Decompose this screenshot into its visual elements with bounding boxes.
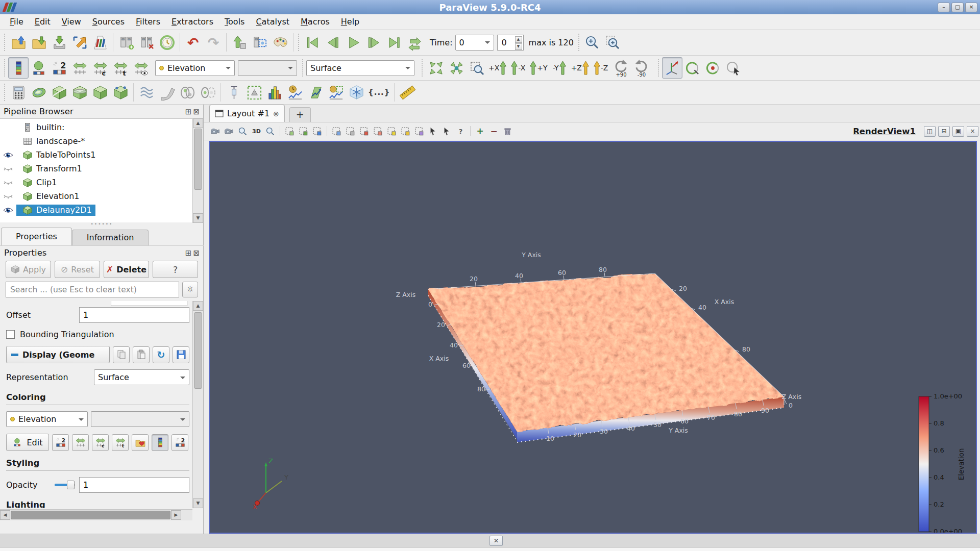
close-tab-icon[interactable]: ⊗ — [273, 110, 279, 118]
play-button[interactable] — [343, 32, 363, 53]
properties-hscrollbar[interactable]: ◀ ▶ — [0, 509, 192, 520]
close-button[interactable]: × — [965, 3, 977, 12]
save-state-button[interactable] — [90, 32, 110, 53]
histogram-button[interactable] — [264, 82, 285, 103]
scroll-down-icon[interactable]: ▼ — [193, 498, 203, 508]
selection-help-button[interactable]: ? — [454, 125, 467, 138]
adjust-camera-button[interactable] — [209, 125, 222, 138]
menu-macros[interactable]: Macros — [295, 15, 335, 28]
pipeline-item-elevation1[interactable]: Elevation1 — [0, 189, 192, 203]
view-minus-y-button[interactable]: -Y — [549, 57, 570, 79]
toggle-color-legend-button[interactable] — [8, 57, 29, 79]
loop-button[interactable] — [404, 32, 425, 53]
use-separate-color-map-button[interactable]: 2 — [49, 57, 69, 79]
menu-catalyst[interactable]: Catalyst — [250, 15, 295, 28]
clear-selection-button[interactable] — [501, 125, 514, 138]
plot-over-time-button[interactable] — [285, 82, 305, 103]
menu-help[interactable]: Help — [335, 15, 365, 28]
grow-selection-button[interactable]: + — [474, 125, 486, 138]
close-panel-icon[interactable]: ⊠ — [193, 107, 200, 116]
edit-rotation-center-button[interactable] — [682, 57, 703, 79]
menu-file[interactable]: File — [4, 15, 29, 28]
render-viewport[interactable]: 2040608020408002040608010203040506070809… — [209, 141, 977, 534]
scroll-up-icon[interactable]: ▲ — [193, 118, 203, 128]
programmable-filter-button[interactable]: {...} — [366, 82, 391, 103]
maximize-button[interactable]: ▢ — [951, 3, 964, 12]
shrink-selection-button[interactable]: − — [487, 125, 500, 138]
gear-icon[interactable]: ☼ — [182, 282, 198, 297]
temporal-interpolator-button[interactable] — [346, 82, 366, 103]
rotate-90-ccw-button[interactable]: +90 — [611, 57, 631, 79]
hover-points-button[interactable] — [399, 125, 412, 138]
interactive-select-points-button[interactable] — [372, 125, 384, 138]
interactive-select-cells-button[interactable] — [358, 125, 371, 138]
color-array-combo[interactable]: Elevation — [155, 60, 235, 76]
color-palette-button[interactable] — [270, 32, 290, 53]
spin-up-icon[interactable]: ▲ — [515, 36, 522, 43]
rescale-data-range-button[interactable] — [72, 434, 89, 451]
reload-display-button[interactable]: ↻ — [153, 346, 169, 363]
float-panel-icon[interactable]: ⊞ — [185, 107, 192, 116]
show-color-legend-button[interactable] — [152, 434, 168, 451]
representation-combo[interactable]: Surface — [306, 60, 414, 76]
copy-display-button[interactable] — [113, 346, 130, 363]
favorites-button[interactable] — [132, 434, 149, 451]
tab-layout-1[interactable]: Layout #1 ⊗ — [209, 105, 285, 122]
component-combo[interactable] — [238, 60, 297, 76]
pipeline-item-transform1[interactable]: Transform1 — [0, 162, 192, 176]
clip-filter-button[interactable] — [49, 82, 69, 103]
delete-button[interactable]: ✗ Delete — [104, 261, 149, 278]
zoom-to-data-button[interactable] — [446, 57, 467, 79]
zoom-to-box-button[interactable] — [467, 57, 487, 79]
rotate-90-cw-button[interactable]: -90 — [631, 57, 652, 79]
select-points-rect-button[interactable] — [297, 125, 310, 138]
reset-rotation-center-button[interactable] — [703, 57, 723, 79]
visibility-on-icon[interactable] — [0, 149, 16, 161]
interactive-pick-button[interactable] — [440, 125, 453, 138]
zoom-view-button[interactable] — [236, 125, 249, 138]
representation-property-combo[interactable]: Surface — [94, 369, 189, 385]
pipeline-item-delaunay2d1[interactable]: Delaunay2D1 — [0, 203, 192, 217]
split-horizontal-button[interactable]: ◫ — [924, 126, 936, 137]
auto-apply-button[interactable] — [229, 32, 250, 53]
maximize-view-button[interactable]: ▣ — [952, 126, 964, 137]
help-button[interactable]: ? — [153, 261, 198, 278]
hover-cells-button[interactable] — [385, 125, 398, 138]
menu-filters[interactable]: Filters — [130, 15, 166, 28]
first-frame-button[interactable] — [302, 32, 323, 53]
visibility-off-icon[interactable] — [0, 177, 16, 188]
show-center-axes-button[interactable] — [662, 57, 682, 79]
choose-preset-button[interactable]: 2 — [172, 434, 188, 451]
rescale-visible-range-button[interactable] — [131, 57, 151, 79]
rescale-custom-range-button[interactable]: c — [90, 57, 110, 79]
display-section-button[interactable]: Display (Geome — [6, 346, 110, 363]
coloring-array-combo[interactable]: Elevation — [6, 411, 88, 427]
minimize-button[interactable]: – — [938, 3, 950, 12]
edit-color-map-button[interactable] — [29, 57, 49, 79]
select-points-polygon-button[interactable] — [330, 125, 343, 138]
probe-location-button[interactable] — [224, 82, 244, 103]
extract-selection-button[interactable] — [244, 82, 264, 103]
close-dock-icon[interactable]: ✕ — [489, 536, 503, 546]
view-minus-z-button[interactable]: -Z — [591, 57, 611, 79]
pipeline-item-landscape-[interactable]: landscape-* — [0, 134, 192, 148]
select-frustum-button[interactable] — [413, 125, 426, 138]
zoom-box-view-button[interactable] — [264, 125, 277, 138]
view-plus-x-button[interactable]: +X — [487, 57, 508, 79]
close-view-button[interactable]: × — [967, 126, 978, 137]
opacity-field[interactable] — [79, 477, 189, 493]
tab-properties[interactable]: Properties — [1, 228, 72, 245]
plot-over-line-button[interactable] — [305, 82, 326, 103]
capture-screenshot-button[interactable] — [69, 32, 90, 53]
frame-spinbox[interactable]: 0 ▲▼ — [497, 35, 524, 51]
next-frame-button[interactable] — [363, 32, 384, 53]
save-display-button[interactable] — [173, 346, 189, 363]
threshold-filter-button[interactable] — [90, 82, 110, 103]
paste-display-button[interactable] — [133, 346, 150, 363]
pipeline-item-tabletopoints1[interactable]: TableToPoints1 — [0, 148, 192, 162]
opacity-slider[interactable] — [55, 481, 75, 489]
float-panel-icon[interactable]: ⊞ — [185, 248, 192, 258]
visibility-off-icon[interactable] — [0, 163, 16, 174]
zoom-box-magnifier-button[interactable] — [603, 32, 623, 53]
rescale-data-range-button[interactable] — [69, 57, 90, 79]
